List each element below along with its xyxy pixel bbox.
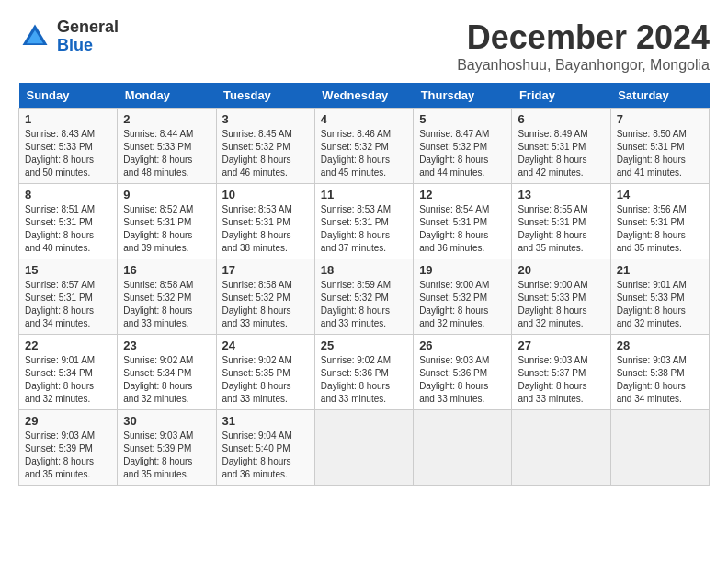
day-number: 21 bbox=[617, 263, 703, 277]
day-number: 27 bbox=[518, 339, 604, 352]
calendar-cell: 11Sunrise: 8:53 AM Sunset: 5:31 PM Dayli… bbox=[314, 184, 413, 259]
calendar-cell: 1Sunrise: 8:43 AM Sunset: 5:33 PM Daylig… bbox=[19, 109, 118, 184]
calendar-week-row: 1Sunrise: 8:43 AM Sunset: 5:33 PM Daylig… bbox=[19, 109, 710, 184]
day-number: 24 bbox=[222, 339, 309, 352]
day-number: 18 bbox=[321, 263, 407, 277]
day-detail: Sunrise: 8:54 AM Sunset: 5:31 PM Dayligh… bbox=[419, 203, 506, 255]
calendar-cell: 6Sunrise: 8:49 AM Sunset: 5:31 PM Daylig… bbox=[512, 109, 610, 184]
calendar-week-row: 22Sunrise: 9:01 AM Sunset: 5:34 PM Dayli… bbox=[19, 335, 710, 410]
weekday-header-monday: Monday bbox=[118, 83, 216, 109]
day-detail: Sunrise: 9:02 AM Sunset: 5:36 PM Dayligh… bbox=[321, 354, 407, 406]
calendar-cell: 10Sunrise: 8:53 AM Sunset: 5:31 PM Dayli… bbox=[216, 184, 314, 259]
day-detail: Sunrise: 9:02 AM Sunset: 5:35 PM Dayligh… bbox=[222, 354, 309, 406]
day-detail: Sunrise: 8:51 AM Sunset: 5:31 PM Dayligh… bbox=[25, 203, 111, 255]
calendar-table: SundayMondayTuesdayWednesdayThursdayFrid… bbox=[18, 83, 710, 486]
day-detail: Sunrise: 9:00 AM Sunset: 5:33 PM Dayligh… bbox=[518, 279, 604, 330]
day-detail: Sunrise: 9:01 AM Sunset: 5:33 PM Dayligh… bbox=[617, 279, 703, 330]
calendar-cell: 19Sunrise: 9:00 AM Sunset: 5:32 PM Dayli… bbox=[414, 259, 512, 335]
calendar-cell: 5Sunrise: 8:47 AM Sunset: 5:32 PM Daylig… bbox=[414, 109, 512, 184]
calendar-cell: 24Sunrise: 9:02 AM Sunset: 5:35 PM Dayli… bbox=[216, 335, 314, 410]
calendar-cell: 7Sunrise: 8:50 AM Sunset: 5:31 PM Daylig… bbox=[610, 109, 709, 184]
calendar-cell: 18Sunrise: 8:59 AM Sunset: 5:32 PM Dayli… bbox=[314, 259, 413, 335]
calendar-cell: 16Sunrise: 8:58 AM Sunset: 5:32 PM Dayli… bbox=[118, 259, 216, 335]
calendar-cell: 15Sunrise: 8:57 AM Sunset: 5:31 PM Dayli… bbox=[19, 259, 118, 335]
calendar-cell: 13Sunrise: 8:55 AM Sunset: 5:31 PM Dayli… bbox=[512, 184, 610, 259]
weekday-header-sunday: Sunday bbox=[19, 83, 118, 109]
weekday-header-friday: Friday bbox=[512, 83, 610, 109]
day-detail: Sunrise: 8:47 AM Sunset: 5:32 PM Dayligh… bbox=[419, 128, 506, 179]
day-number: 5 bbox=[419, 112, 506, 126]
day-number: 22 bbox=[25, 339, 111, 352]
day-number: 16 bbox=[123, 263, 210, 277]
month-title: December 2024 bbox=[457, 18, 710, 57]
calendar-cell: 23Sunrise: 9:02 AM Sunset: 5:34 PM Dayli… bbox=[118, 335, 216, 410]
calendar-cell: 8Sunrise: 8:51 AM Sunset: 5:31 PM Daylig… bbox=[19, 184, 118, 259]
calendar-cell: 3Sunrise: 8:45 AM Sunset: 5:32 PM Daylig… bbox=[216, 109, 314, 184]
day-number: 30 bbox=[123, 414, 210, 428]
calendar-week-row: 15Sunrise: 8:57 AM Sunset: 5:31 PM Dayli… bbox=[19, 259, 710, 335]
day-detail: Sunrise: 9:03 AM Sunset: 5:36 PM Dayligh… bbox=[419, 354, 506, 406]
calendar-cell: 20Sunrise: 9:00 AM Sunset: 5:33 PM Dayli… bbox=[512, 259, 610, 335]
day-number: 28 bbox=[617, 339, 703, 352]
calendar-cell bbox=[512, 410, 610, 486]
day-detail: Sunrise: 9:02 AM Sunset: 5:34 PM Dayligh… bbox=[123, 354, 210, 406]
day-detail: Sunrise: 9:03 AM Sunset: 5:39 PM Dayligh… bbox=[25, 430, 111, 481]
day-number: 17 bbox=[222, 263, 309, 277]
logo-text: General Blue bbox=[57, 18, 119, 55]
calendar-cell: 2Sunrise: 8:44 AM Sunset: 5:33 PM Daylig… bbox=[118, 109, 216, 184]
day-number: 7 bbox=[617, 112, 703, 126]
logo: General Blue bbox=[18, 18, 119, 55]
day-detail: Sunrise: 8:56 AM Sunset: 5:31 PM Dayligh… bbox=[617, 203, 703, 255]
day-detail: Sunrise: 9:03 AM Sunset: 5:38 PM Dayligh… bbox=[617, 354, 703, 406]
calendar-cell bbox=[610, 410, 709, 486]
calendar-cell: 31Sunrise: 9:04 AM Sunset: 5:40 PM Dayli… bbox=[216, 410, 314, 486]
calendar-cell: 27Sunrise: 9:03 AM Sunset: 5:37 PM Dayli… bbox=[512, 335, 610, 410]
day-detail: Sunrise: 9:04 AM Sunset: 5:40 PM Dayligh… bbox=[222, 430, 309, 481]
day-detail: Sunrise: 8:43 AM Sunset: 5:33 PM Dayligh… bbox=[25, 128, 111, 179]
day-number: 29 bbox=[25, 414, 111, 428]
day-detail: Sunrise: 8:59 AM Sunset: 5:32 PM Dayligh… bbox=[321, 279, 407, 330]
day-number: 3 bbox=[222, 112, 309, 126]
day-detail: Sunrise: 8:58 AM Sunset: 5:32 PM Dayligh… bbox=[222, 279, 309, 330]
day-number: 6 bbox=[518, 112, 604, 126]
calendar-cell: 26Sunrise: 9:03 AM Sunset: 5:36 PM Dayli… bbox=[414, 335, 512, 410]
calendar-cell bbox=[414, 410, 512, 486]
calendar-cell: 21Sunrise: 9:01 AM Sunset: 5:33 PM Dayli… bbox=[610, 259, 709, 335]
logo-general: General bbox=[57, 18, 119, 37]
day-detail: Sunrise: 9:03 AM Sunset: 5:39 PM Dayligh… bbox=[123, 430, 210, 481]
calendar-cell: 25Sunrise: 9:02 AM Sunset: 5:36 PM Dayli… bbox=[314, 335, 413, 410]
title-section: December 2024 Bayanhoshuu, Bayanhongor, … bbox=[457, 18, 710, 74]
page-header: General Blue December 2024 Bayanhoshuu, … bbox=[18, 18, 710, 74]
day-detail: Sunrise: 8:44 AM Sunset: 5:33 PM Dayligh… bbox=[123, 128, 210, 179]
day-number: 20 bbox=[518, 263, 604, 277]
day-detail: Sunrise: 9:01 AM Sunset: 5:34 PM Dayligh… bbox=[25, 354, 111, 406]
day-number: 10 bbox=[222, 188, 309, 201]
calendar-cell: 17Sunrise: 8:58 AM Sunset: 5:32 PM Dayli… bbox=[216, 259, 314, 335]
day-detail: Sunrise: 8:50 AM Sunset: 5:31 PM Dayligh… bbox=[617, 128, 703, 179]
day-detail: Sunrise: 9:03 AM Sunset: 5:37 PM Dayligh… bbox=[518, 354, 604, 406]
day-number: 14 bbox=[617, 188, 703, 201]
day-number: 1 bbox=[25, 112, 111, 126]
day-number: 15 bbox=[25, 263, 111, 277]
day-number: 25 bbox=[321, 339, 407, 352]
calendar-header-row: SundayMondayTuesdayWednesdayThursdayFrid… bbox=[19, 83, 710, 109]
day-number: 31 bbox=[222, 414, 309, 428]
day-number: 4 bbox=[321, 112, 407, 126]
logo-icon bbox=[18, 20, 51, 53]
day-number: 8 bbox=[25, 188, 111, 201]
calendar-cell: 12Sunrise: 8:54 AM Sunset: 5:31 PM Dayli… bbox=[414, 184, 512, 259]
calendar-cell: 28Sunrise: 9:03 AM Sunset: 5:38 PM Dayli… bbox=[610, 335, 709, 410]
day-number: 26 bbox=[419, 339, 506, 352]
calendar-cell: 4Sunrise: 8:46 AM Sunset: 5:32 PM Daylig… bbox=[314, 109, 413, 184]
calendar-week-row: 8Sunrise: 8:51 AM Sunset: 5:31 PM Daylig… bbox=[19, 184, 710, 259]
day-detail: Sunrise: 8:58 AM Sunset: 5:32 PM Dayligh… bbox=[123, 279, 210, 330]
day-detail: Sunrise: 8:57 AM Sunset: 5:31 PM Dayligh… bbox=[25, 279, 111, 330]
weekday-header-saturday: Saturday bbox=[610, 83, 709, 109]
day-detail: Sunrise: 8:53 AM Sunset: 5:31 PM Dayligh… bbox=[222, 203, 309, 255]
day-number: 13 bbox=[518, 188, 604, 201]
day-number: 2 bbox=[123, 112, 210, 126]
day-detail: Sunrise: 8:52 AM Sunset: 5:31 PM Dayligh… bbox=[123, 203, 210, 255]
day-detail: Sunrise: 8:46 AM Sunset: 5:32 PM Dayligh… bbox=[321, 128, 407, 179]
day-number: 19 bbox=[419, 263, 506, 277]
calendar-cell: 29Sunrise: 9:03 AM Sunset: 5:39 PM Dayli… bbox=[19, 410, 118, 486]
